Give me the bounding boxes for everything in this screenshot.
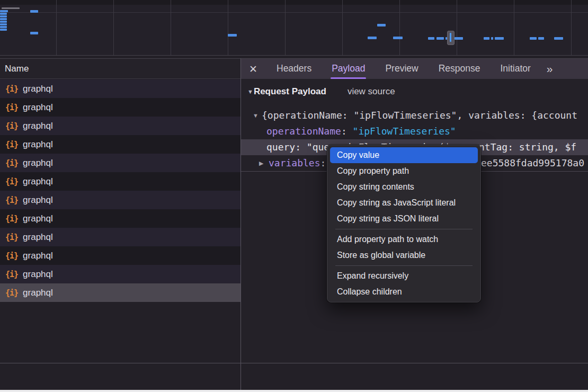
request-row[interactable]: {i}graphql bbox=[0, 98, 240, 117]
name-column-label: Name bbox=[0, 59, 240, 78]
waterfall-bar bbox=[0, 29, 7, 31]
tab-response[interactable]: Response bbox=[439, 59, 480, 79]
waterfall-bar bbox=[554, 37, 563, 40]
request-name: graphql bbox=[23, 232, 53, 243]
menu-item-copy-string-as-javascript-literal[interactable]: Copy string as JavaScript literal bbox=[330, 195, 478, 211]
tab-initiator[interactable]: Initiator bbox=[500, 59, 530, 79]
name-column-header[interactable]: Name bbox=[0, 58, 240, 79]
request-payload-header: ▼ Request Payload view source bbox=[247, 86, 395, 97]
request-row[interactable]: {i}graphql bbox=[0, 117, 240, 135]
request-row[interactable]: {i}graphql bbox=[0, 265, 240, 283]
more-tabs-icon[interactable]: » bbox=[547, 63, 553, 75]
json-braces-icon: {i} bbox=[5, 158, 18, 168]
request-payload-title: Request Payload bbox=[254, 86, 326, 97]
request-row[interactable]: {i}graphql bbox=[0, 191, 240, 209]
menu-item-copy-string-as-json-literal[interactable]: Copy string as JSON literal bbox=[330, 211, 478, 227]
request-name: graphql bbox=[23, 84, 53, 94]
request-row[interactable]: {i}graphql bbox=[0, 79, 240, 98]
waterfall-bar bbox=[530, 37, 537, 40]
tab-payload[interactable]: Payload bbox=[332, 59, 365, 79]
root-preview-text: {operationName: "ipFlowTimeseries", vari… bbox=[262, 110, 577, 121]
key-value-separator: : bbox=[341, 126, 353, 137]
overview-gridline bbox=[571, 0, 572, 55]
network-overview[interactable] bbox=[0, 0, 588, 56]
overview-gridline bbox=[514, 0, 514, 55]
disclosure-triangle-icon[interactable]: ▼ bbox=[247, 88, 253, 95]
request-name: graphql bbox=[23, 102, 53, 113]
context-menu: Copy valueCopy property pathCopy string … bbox=[327, 145, 481, 302]
waterfall-bar bbox=[30, 10, 38, 13]
overview-gridline bbox=[399, 0, 400, 55]
request-name: graphql bbox=[23, 158, 53, 168]
waterfall-bar bbox=[0, 10, 8, 12]
menu-separator bbox=[335, 229, 473, 229]
variables-collapse-icon[interactable]: ▶ bbox=[259, 160, 263, 167]
json-braces-icon: {i} bbox=[5, 288, 18, 298]
overview-scrub-tick bbox=[450, 33, 451, 42]
menu-item-store-as-global-variable[interactable]: Store as global variable bbox=[330, 247, 478, 263]
menu-item-copy-value[interactable]: Copy value bbox=[330, 147, 478, 163]
menu-item-expand-recursively[interactable]: Expand recursively bbox=[330, 268, 478, 284]
waterfall-bar bbox=[428, 37, 434, 40]
waterfall-bar bbox=[2, 7, 20, 9]
overview-top-band bbox=[0, 0, 588, 5]
json-braces-icon: {i} bbox=[5, 84, 18, 94]
inspector-tabs: HeadersPayloadPreviewResponseInitiator bbox=[265, 59, 531, 79]
request-name: graphql bbox=[23, 288, 53, 298]
footer-divider bbox=[0, 363, 588, 363]
overview-gridline bbox=[342, 0, 343, 55]
request-list: {i}graphql{i}graphql{i}graphql{i}graphql… bbox=[0, 79, 240, 302]
json-braces-icon: {i} bbox=[5, 140, 18, 149]
overview-gridline bbox=[457, 0, 457, 55]
bottom-edge bbox=[0, 390, 588, 392]
waterfall-bar bbox=[495, 37, 504, 40]
request-row[interactable]: {i}graphql bbox=[0, 283, 240, 302]
request-row[interactable]: {i}graphql bbox=[0, 172, 240, 191]
waterfall-bar bbox=[0, 15, 7, 17]
menu-item-add-property-path-to-watch[interactable]: Add property path to watch bbox=[330, 231, 478, 247]
waterfall-bar bbox=[228, 34, 237, 37]
waterfall-bar bbox=[436, 37, 444, 40]
json-braces-icon: {i} bbox=[5, 177, 18, 186]
property-key: operationName bbox=[266, 126, 341, 137]
close-icon[interactable]: ✕ bbox=[241, 63, 265, 75]
overview-horizontal-gridline bbox=[0, 12, 588, 13]
json-braces-icon: {i} bbox=[5, 233, 18, 242]
request-name: graphql bbox=[23, 195, 53, 206]
menu-item-collapse-children[interactable]: Collapse children bbox=[330, 284, 478, 300]
request-name: graphql bbox=[23, 139, 53, 150]
waterfall-bar bbox=[30, 32, 38, 34]
request-row[interactable]: {i}graphql bbox=[0, 228, 240, 246]
waterfall-bar bbox=[484, 37, 489, 40]
request-row[interactable]: {i}graphql bbox=[0, 209, 240, 228]
waterfall-bar bbox=[0, 21, 7, 23]
menu-item-copy-string-contents[interactable]: Copy string contents bbox=[330, 179, 478, 195]
overview-gridline bbox=[113, 0, 114, 55]
request-name: graphql bbox=[23, 176, 53, 187]
tab-headers[interactable]: Headers bbox=[277, 59, 311, 79]
request-row[interactable]: {i}graphql bbox=[0, 154, 240, 172]
root-expand-icon[interactable]: ▼ bbox=[253, 112, 259, 119]
inspector-tab-bar: ✕ HeadersPayloadPreviewResponseInitiator… bbox=[241, 58, 588, 79]
overview-gridline bbox=[56, 0, 57, 55]
json-braces-icon: {i} bbox=[5, 103, 18, 112]
request-name: graphql bbox=[23, 269, 53, 280]
tree-root-line[interactable]: {operationName: "ipFlowTimeseries", vari… bbox=[262, 108, 588, 123]
request-row[interactable]: {i}graphql bbox=[0, 246, 240, 265]
overview-gridline bbox=[171, 0, 171, 55]
request-row[interactable]: {i}graphql bbox=[0, 135, 240, 154]
overview-gridline bbox=[228, 0, 228, 55]
waterfall-bar bbox=[0, 13, 7, 15]
tree-operation-name-line[interactable]: operationName: "ipFlowTimeseries" bbox=[266, 123, 588, 139]
json-braces-icon: {i} bbox=[5, 121, 18, 131]
menu-separator bbox=[335, 265, 473, 266]
waterfall-bar bbox=[368, 37, 377, 39]
menu-item-copy-property-path[interactable]: Copy property path bbox=[330, 163, 478, 179]
view-source-link[interactable]: view source bbox=[348, 86, 395, 97]
waterfall-bar bbox=[0, 23, 7, 25]
property-value: "ipFlowTimeseries" bbox=[353, 126, 456, 137]
json-braces-icon: {i} bbox=[5, 251, 18, 261]
tab-preview[interactable]: Preview bbox=[385, 59, 418, 79]
waterfall-bar bbox=[0, 18, 7, 20]
waterfall-bar bbox=[377, 24, 386, 26]
